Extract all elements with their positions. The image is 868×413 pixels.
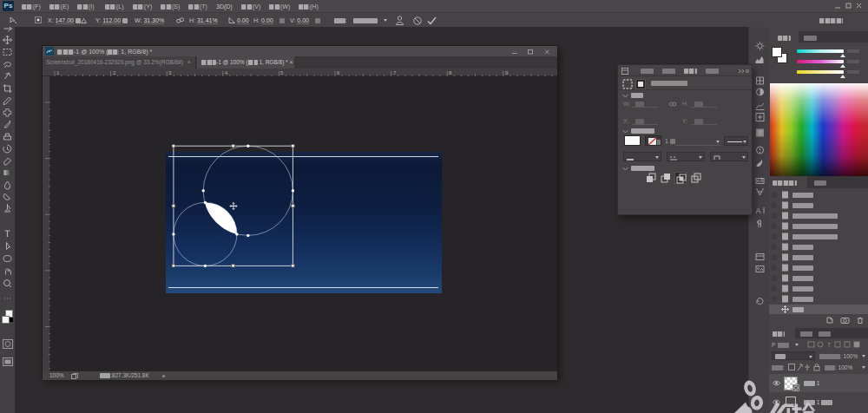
svg-text:7: 7 [393, 70, 397, 75]
svg-text:1: 1 [56, 70, 60, 75]
svg-text:9: 9 [505, 70, 509, 75]
svg-text:2: 2 [113, 70, 116, 75]
svg-text:3: 3 [168, 70, 172, 75]
svg-text:8: 8 [449, 70, 452, 75]
svg-text:5: 5 [280, 70, 284, 75]
svg-text:6: 6 [337, 70, 340, 75]
svg-text:T: T [827, 342, 832, 348]
svg-text:A: A [756, 206, 761, 215]
svg-text:4: 4 [225, 70, 228, 75]
